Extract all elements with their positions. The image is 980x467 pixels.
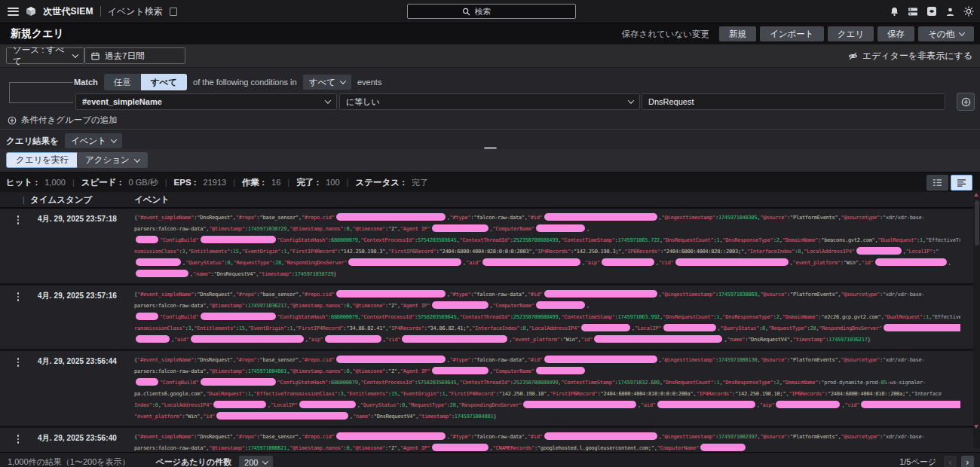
actions-button[interactable]: アクション xyxy=(77,152,148,168)
redacted-value xyxy=(657,401,755,408)
user-profile-icon[interactable] xyxy=(945,7,955,17)
notifications-bell-icon[interactable] xyxy=(890,6,899,17)
row-menu-kebab-icon[interactable] xyxy=(14,215,22,225)
list-view-toggle[interactable] xyxy=(951,175,972,191)
redacted-value xyxy=(136,236,158,243)
results-count: 1,000件の結果（1〜200を表示） xyxy=(8,456,130,467)
results-footer: 1,000件の結果（1〜200を表示） ページあたりの件数 200 1/5ページ… xyxy=(0,452,980,467)
stat-label: EPS : xyxy=(174,178,197,187)
run-query-button[interactable]: クエリを実行 xyxy=(6,152,78,168)
circle-plus-icon xyxy=(8,116,17,125)
redacted-value xyxy=(299,401,356,408)
condition-operator-select[interactable]: に等しい xyxy=(339,93,640,110)
query-builder-panel: Match 任意 すべて of the following conditions… xyxy=(0,68,980,149)
match-all-option[interactable]: すべて xyxy=(141,74,187,90)
add-conditional-group-button[interactable]: 条件付きグループの追加 xyxy=(8,114,118,126)
redacted-value xyxy=(544,432,657,440)
event-row[interactable]: 4月. 29, 2025 23:56:44{"#event_simpleName… xyxy=(0,351,980,426)
source-select[interactable]: ソース : すべて xyxy=(6,47,84,64)
unsaved-changes-label: 保存されていない変更 xyxy=(621,29,709,40)
event-column-header[interactable]: イベント xyxy=(134,194,170,206)
stat-label: ヒット : xyxy=(6,177,38,188)
pin-icon[interactable] xyxy=(170,8,177,16)
next-page-button[interactable]: › xyxy=(961,456,974,467)
per-page-select[interactable]: 200 xyxy=(239,456,273,467)
table-view-toggle[interactable] xyxy=(926,175,948,191)
scope-select[interactable]: すべて xyxy=(303,75,351,90)
app-root: 次世代SIEM イベント検索 xyxy=(0,0,980,467)
import-button[interactable]: インポート xyxy=(760,26,824,41)
row-menu-kebab-icon[interactable] xyxy=(14,292,22,302)
match-any-option[interactable]: 任意 xyxy=(104,74,141,90)
scroll-down-arrow-icon[interactable] xyxy=(974,425,978,429)
column-resize-handle[interactable]: | xyxy=(23,195,25,204)
redacted-value xyxy=(136,270,188,277)
results-table-body: 4月. 29, 2025 23:57:18{"#event_simpleName… xyxy=(0,209,980,452)
condition-field-select[interactable]: #event_simpleName xyxy=(75,93,337,110)
scrollbar-thumb[interactable] xyxy=(975,200,979,246)
query-button[interactable]: クエリ xyxy=(828,26,874,41)
stat-value: 1,000 xyxy=(44,178,66,187)
topbar-divider xyxy=(100,6,101,17)
results-type-select[interactable]: イベント xyxy=(65,133,122,148)
redacted-value xyxy=(191,335,304,343)
row-timestamp: 4月. 29, 2025 23:57:18 xyxy=(38,214,117,224)
hide-editor-toggle[interactable]: エディターを非表示にする xyxy=(848,44,972,67)
more-button[interactable]: その他 xyxy=(918,26,974,41)
builder-divider xyxy=(0,129,980,130)
redacted-value xyxy=(336,432,446,440)
event-row[interactable]: 4月. 29, 2025 23:57:18{"#event_simpleName… xyxy=(0,209,980,283)
event-row[interactable]: 4月. 29, 2025 23:56:40{"#event_simpleName… xyxy=(0,428,980,452)
vertical-scrollbar[interactable] xyxy=(973,190,980,448)
stat-label: 完了 : xyxy=(296,177,319,188)
redacted-value xyxy=(581,324,630,331)
redacted-value xyxy=(544,213,657,221)
redacted-value xyxy=(856,247,902,255)
theme-sun-icon[interactable] xyxy=(963,6,974,17)
view-toggle-group xyxy=(926,175,972,191)
eye-off-icon xyxy=(848,52,858,60)
query-stats-bar: ヒット :1,000|スピード :0 GB/秒|EPS :21913|作業 :1… xyxy=(0,172,980,192)
chevron-down-icon xyxy=(340,78,346,84)
redacted-value xyxy=(544,356,657,363)
global-search[interactable] xyxy=(407,4,576,19)
row-menu-kebab-icon[interactable] xyxy=(14,435,22,444)
redacted-value xyxy=(700,444,746,451)
search-icon xyxy=(462,8,470,16)
query-results-row: クエリ結果を イベント xyxy=(6,133,122,148)
section-name[interactable]: イベント検索 xyxy=(108,5,163,18)
redacted-value xyxy=(402,335,507,343)
brand-logo-icon xyxy=(26,6,36,17)
redacted-value xyxy=(544,290,657,298)
time-range-select[interactable]: 過去7日間 xyxy=(84,47,185,64)
event-row[interactable]: 4月. 29, 2025 23:57:16{"#event_simpleName… xyxy=(0,285,980,349)
redacted-value xyxy=(201,236,276,243)
row-event-json: {"#event_simpleName":"DnsRequest","#repo… xyxy=(134,355,960,423)
row-timestamp: 4月. 29, 2025 23:57:16 xyxy=(38,291,117,301)
match-row: Match 任意 すべて of the following conditions… xyxy=(74,74,381,90)
redacted-value xyxy=(594,335,722,343)
new-query-button[interactable]: 新規 xyxy=(719,26,756,41)
add-condition-button[interactable] xyxy=(957,93,975,111)
hamburger-menu-icon[interactable] xyxy=(8,8,19,16)
row-menu-kebab-icon[interactable] xyxy=(14,358,22,368)
timestamp-column-header[interactable]: タイムスタンプ xyxy=(30,194,92,206)
filter-bar: ソース : すべて 過去7日間 エディターを非表示にする xyxy=(0,44,980,68)
match-mode-toggle: 任意 すべて xyxy=(104,74,187,90)
stat-label: スピード : xyxy=(81,177,122,188)
chevron-down-icon xyxy=(959,29,965,35)
stat-divider: | xyxy=(165,178,167,187)
stat-divider: | xyxy=(287,178,289,187)
redacted-value xyxy=(536,301,585,309)
queue-stack-icon[interactable] xyxy=(908,7,918,17)
scroll-up-arrow-icon[interactable] xyxy=(974,193,978,197)
redacted-value xyxy=(536,367,585,374)
search-input[interactable] xyxy=(473,6,522,17)
query-title-bar: 新規クエリ 保存されていない変更 新規 インポート クエリ 保存 その他 xyxy=(0,23,980,44)
stat-divider: | xyxy=(233,178,235,187)
save-button[interactable]: 保存 xyxy=(877,26,914,41)
previous-page-button[interactable]: ‹ xyxy=(944,456,957,467)
redacted-value xyxy=(348,258,461,266)
app-badge-icon[interactable] xyxy=(926,6,937,17)
condition-value-input[interactable]: DnsRequest xyxy=(642,93,945,110)
